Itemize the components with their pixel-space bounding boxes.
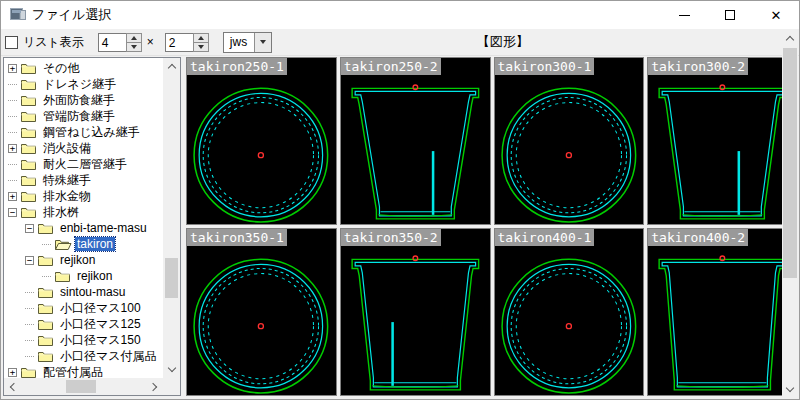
tree-item-ドレネジ継手[interactable]: ドレネジ継手 [4,76,163,92]
caption-buttons: ✕ [661,1,799,29]
folder-icon [20,365,38,378]
tree-item-label[interactable]: 消火設備 [41,140,93,157]
tree-item-消火設備[interactable]: +消火設備 [4,140,163,156]
folder-icon [20,93,38,107]
spinner-up-icon [198,36,204,40]
tree-item-label[interactable]: 配管付属品 [41,364,105,379]
maximize-button[interactable] [707,1,753,29]
collapse-minus-icon[interactable]: − [25,256,34,265]
thumbnail-takiron350-2[interactable]: takiron350-2 [340,228,491,396]
tree-item-特殊継手[interactable]: 特殊継手 [4,172,163,188]
tree-item-takiron[interactable]: takiron [4,236,163,252]
window-title: ファイル選択 [32,6,111,24]
maximize-icon [725,10,735,20]
grid-times-label: × [147,35,154,49]
tree-item-label[interactable]: 特殊継手 [41,172,93,189]
filetype-dropdown[interactable]: jws [223,32,272,53]
tree-connector [8,84,17,85]
scroll-up-button[interactable] [163,58,180,75]
vscroll-thumb[interactable] [783,48,797,278]
thumbnail-takiron300-1[interactable]: takiron300-1 [494,57,645,225]
expand-plus-icon[interactable]: + [8,144,17,153]
thumbnail-takiron400-2[interactable]: takiron400-2 [647,228,798,396]
folder-icon [20,189,38,203]
tree-item-label[interactable]: rejikon [75,269,114,283]
tree-item-排水金物[interactable]: +排水金物 [4,188,163,204]
close-button[interactable]: ✕ [753,1,799,29]
tree-item-label[interactable]: 小口径マス100 [58,300,143,317]
rows-down-button[interactable] [193,43,209,52]
folder-icon [54,237,72,251]
tree-item-label[interactable]: rejikon [58,253,97,267]
thumbnail-label: takiron400-1 [495,229,595,246]
tree-item-label[interactable]: 外面防食継手 [41,92,117,109]
tree-connector [8,180,17,181]
list-view-checkbox[interactable] [5,36,18,49]
tree-item-label[interactable]: 耐火二層管継手 [41,156,129,173]
tree-item-排水桝[interactable]: −排水桝 [4,204,163,220]
collapse-minus-icon[interactable]: − [8,208,17,217]
scroll-down-button[interactable] [163,361,180,378]
tree-vertical-scrollbar[interactable] [163,58,180,395]
expand-plus-icon[interactable]: + [8,64,17,73]
tree-item-label[interactable]: 小口径マス150 [58,332,143,349]
columns-input[interactable]: 4 [98,33,126,52]
thumbnail-label: takiron250-2 [341,58,441,75]
tree-item-小口径マス150[interactable]: 小口径マス150 [4,332,163,348]
scroll-right-button[interactable] [146,378,163,395]
content: +その他ドレネジ継手外面防食継手管端防食継手鋼管ねじ込み継手+消火設備耐火二層管… [3,57,799,396]
tree-item-label[interactable]: 管端防食継手 [41,108,117,125]
columns-down-button[interactable] [126,43,142,52]
tree-item-配管付属品[interactable]: +配管付属品 [4,364,163,378]
tree-item-小口径マス100[interactable]: 小口径マス100 [4,300,163,316]
thumbnail-takiron300-2[interactable]: takiron300-2 [647,57,798,225]
tree-item-label[interactable]: sintou-masu [58,285,127,299]
tree-item-耐火二層管継手[interactable]: 耐火二層管継手 [4,156,163,172]
tree-item-label[interactable]: その他 [41,60,82,77]
thumbnail-takiron400-1[interactable]: takiron400-1 [494,228,645,396]
tree-item-label[interactable]: takiron [75,237,115,251]
tree-item-label[interactable]: 鋼管ねじ込み継手 [41,124,142,141]
folder-icon [37,333,55,347]
cad-side-view [648,58,797,225]
tree-item-rejikon[interactable]: −rejikon [4,252,163,268]
tree-item-その他[interactable]: +その他 [4,60,163,76]
folder-icon [20,141,38,155]
tree-item-外面防食継手[interactable]: 外面防食継手 [4,92,163,108]
tree-item-小口径マス付属品[interactable]: 小口径マス付属品 [4,348,163,364]
minimize-button[interactable] [661,1,707,29]
rows-up-button[interactable] [193,33,209,43]
tree-item-label[interactable]: ドレネジ継手 [41,76,118,93]
thumbnail-takiron250-2[interactable]: takiron250-2 [340,57,491,225]
folder-icon [37,349,55,363]
main-vertical-scrollbar[interactable] [782,30,798,398]
rows-input[interactable]: 2 [165,33,193,52]
tree-item-label[interactable]: 小口径マス125 [58,316,143,333]
tree-item-小口径マス125[interactable]: 小口径マス125 [4,316,163,332]
thumbnail-takiron350-1[interactable]: takiron350-1 [186,228,337,396]
tree-item-label[interactable]: 小口径マス付属品 [58,348,159,365]
thumbnail-label: takiron400-2 [648,229,748,246]
tree-item-label[interactable]: 排水桝 [41,204,81,221]
tree-item-label[interactable]: enbi-tame-masu [58,221,149,235]
expand-plus-icon[interactable]: + [8,368,17,377]
tree-item-enbi-tame-masu[interactable]: −enbi-tame-masu [4,220,163,236]
scroll-left-button[interactable] [4,378,21,395]
tree-item-sintou-masu[interactable]: sintou-masu [4,284,163,300]
columns-up-button[interactable] [126,33,142,43]
tree-item-鋼管ねじ込み継手[interactable]: 鋼管ねじ込み継手 [4,124,163,140]
expand-plus-icon[interactable]: + [8,192,17,201]
vscroll-thumb[interactable] [165,258,178,298]
tree-connector [42,276,51,277]
scroll-down-button[interactable] [782,381,798,398]
tree-item-管端防食継手[interactable]: 管端防食継手 [4,108,163,124]
thumbnail-takiron250-1[interactable]: takiron250-1 [186,57,337,225]
tree-horizontal-scrollbar[interactable] [4,378,163,395]
scroll-up-button[interactable] [782,30,798,47]
tree-connector [25,308,34,309]
tree-item-rejikon[interactable]: rejikon [4,268,163,284]
hscroll-thumb[interactable] [66,380,96,393]
tree-item-label[interactable]: 排水金物 [41,188,93,205]
collapse-minus-icon[interactable]: − [25,224,34,233]
dropdown-button[interactable] [254,33,271,52]
